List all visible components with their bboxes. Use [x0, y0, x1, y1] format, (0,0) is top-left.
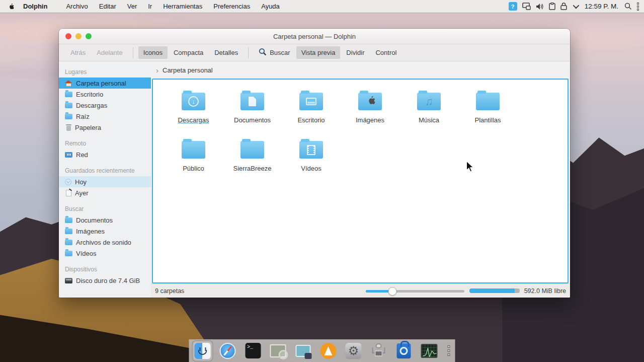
dock-system-monitor-icon[interactable]: [421, 342, 438, 359]
sidebar-item-label: Documentos: [76, 216, 113, 224]
tray-expand-chevron-icon[interactable]: [573, 3, 579, 9]
dock-vlc-icon[interactable]: [320, 342, 337, 359]
menu-herramientas[interactable]: Herramientas: [157, 3, 208, 10]
sidebar-item-documentos[interactable]: Documentos: [59, 214, 151, 226]
zoom-slider-thumb[interactable]: [388, 287, 396, 296]
global-menubar: Dolphin Archivo Editar Ver Ir Herramient…: [0, 0, 644, 13]
sidebar-item-red[interactable]: Red: [59, 149, 151, 160]
search-button[interactable]: Buscar: [254, 45, 295, 60]
disk-capacity-bar: [469, 288, 520, 293]
compact-view-button[interactable]: Compacta: [169, 46, 208, 59]
sidebar-item-label: Escritorio: [76, 91, 103, 98]
dock-file-manager-icon[interactable]: [194, 342, 211, 359]
sidebar-item-papelera[interactable]: Papelera: [59, 122, 151, 133]
folder-item-plantillas[interactable]: Plantillas: [458, 87, 517, 135]
folder-view[interactable]: ↓ Descargas Documentos Escritorio: [152, 79, 569, 283]
folder-icon: [299, 93, 323, 110]
folder-item-descargas[interactable]: ↓ Descargas: [164, 87, 223, 135]
split-button[interactable]: Dividir: [341, 46, 369, 59]
display-icon[interactable]: [522, 3, 531, 10]
sidebar-item-archivos-sonido[interactable]: Archivos de sonido: [59, 237, 151, 248]
menubar-grip-icon[interactable]: [637, 3, 639, 11]
zoom-slider[interactable]: [366, 287, 464, 295]
sidebar-item-label: Red: [76, 151, 88, 159]
toolbar-separator: [248, 47, 249, 58]
download-emblem-icon: ↓: [188, 96, 199, 107]
folder-item-publico[interactable]: Público: [164, 135, 223, 183]
folder-name: Escritorio: [297, 116, 325, 124]
sidebar-item-label: Raíz: [76, 113, 90, 120]
dock-screenshot-tool-icon[interactable]: [295, 342, 312, 359]
sidebar-item-ayer[interactable]: Ayer: [59, 187, 151, 198]
search-icon[interactable]: [624, 3, 632, 10]
dock-system-settings-icon[interactable]: ⚙: [345, 342, 362, 359]
folder-item-videos[interactable]: Vídeos: [282, 135, 341, 183]
breadcrumb-chevron-icon: ›: [156, 66, 158, 75]
titlebar[interactable]: Carpeta personal — Dolphin: [59, 29, 570, 44]
back-button[interactable]: Atrás: [65, 46, 91, 59]
folder-item-musica[interactable]: ♫ Música: [399, 87, 458, 135]
sidebar-item-label: Disco duro de 7.4 GiB: [76, 277, 140, 284]
breadcrumb[interactable]: › Carpeta personal: [151, 61, 570, 79]
sidebar-item-disco-duro[interactable]: Disco duro de 7.4 GiB: [59, 275, 151, 286]
menu-archivo[interactable]: Archivo: [60, 3, 93, 10]
forward-button[interactable]: Adelante: [92, 46, 127, 59]
sidebar-item-raiz[interactable]: Raíz: [59, 111, 151, 122]
folder-icon: [476, 93, 500, 110]
window-title: Carpeta personal — Dolphin: [59, 33, 570, 40]
folder-item-sierrabreeze[interactable]: SierraBreeze: [223, 135, 282, 183]
sidebar-item-hoy[interactable]: Hoy: [59, 176, 151, 187]
lock-icon[interactable]: [560, 3, 567, 10]
apple-logo-icon[interactable]: [7, 3, 14, 11]
sidebar-item-videos[interactable]: Vídeos: [59, 248, 151, 259]
details-view-button[interactable]: Detalles: [209, 46, 243, 59]
folder-item-documentos[interactable]: Documentos: [223, 87, 282, 135]
clock[interactable]: 12:59 P. M.: [585, 3, 618, 10]
folder-icon: ↓: [182, 93, 205, 110]
dock-browser-icon[interactable]: [219, 342, 236, 359]
menu-ayuda[interactable]: Ayuda: [256, 3, 285, 10]
section-header-guardados: Guardados recientemente: [59, 164, 151, 176]
search-button-label: Buscar: [270, 49, 290, 56]
breadcrumb-path[interactable]: Carpeta personal: [163, 66, 213, 74]
sidebar-item-carpeta-personal[interactable]: Carpeta personal: [59, 78, 151, 89]
dock-terminal-icon[interactable]: >_: [245, 342, 262, 359]
sidebar-item-label: Descargas: [76, 102, 107, 109]
dock-robot-tool-icon[interactable]: [370, 342, 387, 359]
folder-name: Público: [183, 165, 204, 172]
status-bar: 9 carpetas 592.0 MiB libre: [151, 283, 570, 298]
sidebar-item-label: Imágenes: [76, 228, 105, 235]
sidebar-item-escritorio[interactable]: Escritorio: [59, 89, 151, 100]
network-icon: [65, 152, 72, 158]
clipboard-icon[interactable]: [549, 3, 555, 10]
sidebar-item-label: Hoy: [75, 178, 87, 186]
control-button[interactable]: Control: [370, 46, 401, 59]
folder-icon: [299, 141, 323, 159]
apple-emblem-icon: [365, 95, 375, 108]
folder-item-imagenes[interactable]: Imágenes: [341, 87, 399, 135]
preview-button[interactable]: Vista previa: [296, 46, 341, 59]
dock-grip-icon[interactable]: [448, 345, 450, 356]
section-header-lugares: Lugares: [59, 65, 151, 78]
menu-ver[interactable]: Ver: [122, 3, 143, 10]
volume-icon[interactable]: [536, 3, 544, 10]
menu-ir[interactable]: Ir: [142, 3, 157, 10]
trash-icon: [66, 124, 71, 131]
folder-icon: [65, 218, 72, 223]
mouse-cursor: [465, 161, 474, 175]
icons-view-button[interactable]: Iconos: [138, 46, 168, 59]
free-space: 592.0 MiB libre: [524, 287, 566, 295]
dock-discover-icon[interactable]: [395, 342, 413, 359]
folder-icon: [65, 92, 72, 97]
disk-capacity-fill: [469, 288, 515, 293]
sidebar-item-imagenes[interactable]: Imágenes: [59, 226, 151, 237]
dock-image-viewer-icon[interactable]: [270, 342, 287, 359]
keyboard-layout-icon[interactable]: ?: [509, 2, 517, 11]
document-emblem-icon: [249, 97, 256, 106]
section-header-dispositivos: Dispositivos: [59, 263, 151, 275]
menu-preferencias[interactable]: Preferencias: [208, 3, 256, 10]
menu-editar[interactable]: Editar: [94, 3, 122, 10]
folder-icon: ♫: [417, 93, 441, 110]
folder-item-escritorio[interactable]: Escritorio: [282, 87, 341, 135]
sidebar-item-descargas[interactable]: Descargas: [59, 100, 151, 111]
